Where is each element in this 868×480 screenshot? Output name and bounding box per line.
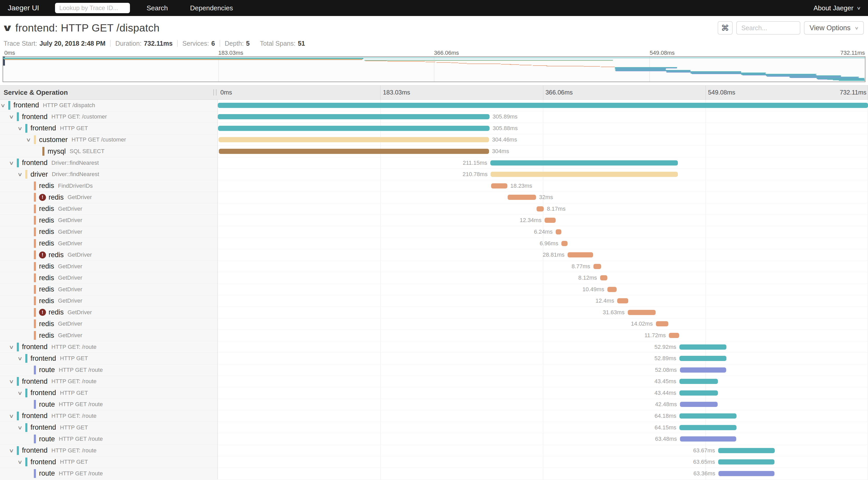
span-duration-bar[interactable] xyxy=(617,298,628,303)
span-duration-bar[interactable] xyxy=(536,206,544,212)
expand-chevron-icon[interactable]: ∨ xyxy=(17,459,23,465)
span-track[interactable]: 43.44ms xyxy=(218,387,868,399)
span-duration-bar[interactable] xyxy=(556,229,561,234)
span-name-cell[interactable]: ∨frontendHTTP GET xyxy=(0,387,218,399)
span-track[interactable]: 18.23ms xyxy=(218,180,868,192)
span-track[interactable]: 43.45ms xyxy=(218,376,868,388)
span-duration-bar[interactable] xyxy=(679,356,726,361)
span-track[interactable]: 304.46ms xyxy=(218,134,868,146)
expand-chevron-icon[interactable]: ∨ xyxy=(0,102,5,108)
span-name-cell[interactable]: redisGetDriver xyxy=(0,215,218,226)
span-track[interactable]: 11.72ms xyxy=(218,330,868,341)
span-duration-bar[interactable] xyxy=(218,103,868,108)
span-duration-bar[interactable] xyxy=(680,367,726,373)
span-name-cell[interactable]: redisGetDriver xyxy=(0,272,218,284)
span-duration-bar[interactable] xyxy=(545,218,555,223)
span-track[interactable]: 10.49ms xyxy=(218,284,868,295)
span-duration-bar[interactable] xyxy=(628,310,656,315)
span-duration-bar[interactable] xyxy=(607,287,617,292)
span-track[interactable]: 52.08ms xyxy=(218,364,868,376)
span-duration-bar[interactable] xyxy=(679,413,737,419)
span-name-cell[interactable]: redisFindDriverIDs xyxy=(0,180,218,192)
span-duration-bar[interactable] xyxy=(680,402,718,407)
span-duration-bar[interactable] xyxy=(561,241,567,246)
span-name-cell[interactable]: routeHTTP GET /route xyxy=(0,433,218,445)
expand-chevron-icon[interactable]: ∨ xyxy=(17,355,23,361)
span-track[interactable]: 63.65ms xyxy=(218,456,868,468)
span-name-cell[interactable]: redisGetDriver xyxy=(0,330,218,341)
span-duration-bar[interactable] xyxy=(219,149,489,154)
span-track[interactable]: 304ms xyxy=(218,146,868,157)
span-name-cell[interactable]: redisGetDriver xyxy=(0,261,218,273)
span-name-cell[interactable]: ∨frontendHTTP GET: /route xyxy=(0,376,218,388)
view-options-button[interactable]: View Options ∨ xyxy=(804,21,864,35)
span-track[interactable]: 12.4ms xyxy=(218,295,868,307)
span-duration-bar[interactable] xyxy=(491,172,678,177)
span-name-cell[interactable]: routeHTTP GET /route xyxy=(0,468,218,479)
span-duration-bar[interactable] xyxy=(679,345,726,350)
span-name-cell[interactable]: ∨customerHTTP GET /customer xyxy=(0,134,218,146)
trace-lookup-input[interactable] xyxy=(55,3,130,13)
span-name-cell[interactable]: !redisGetDriver xyxy=(0,249,218,261)
span-track[interactable] xyxy=(218,100,868,111)
span-name-cell[interactable]: redisGetDriver xyxy=(0,226,218,238)
span-name-cell[interactable]: ∨frontendHTTP GET: /route xyxy=(0,445,218,456)
span-duration-bar[interactable] xyxy=(669,333,679,338)
span-duration-bar[interactable] xyxy=(218,126,490,131)
span-name-cell[interactable]: !redisGetDriver xyxy=(0,192,218,203)
span-name-cell[interactable]: redisGetDriver xyxy=(0,238,218,249)
expand-chevron-icon[interactable]: ∨ xyxy=(26,137,31,143)
span-track[interactable]: 211.15ms xyxy=(218,157,868,169)
span-duration-bar[interactable] xyxy=(219,137,489,142)
span-track[interactable]: 12.34ms xyxy=(218,215,868,226)
span-track[interactable]: 63.48ms xyxy=(218,433,868,445)
span-name-cell[interactable]: routeHTTP GET /route xyxy=(0,399,218,411)
span-track[interactable]: 305.88ms xyxy=(218,123,868,134)
span-track[interactable]: 305.89ms xyxy=(218,111,868,123)
span-duration-bar[interactable] xyxy=(679,379,718,384)
span-track[interactable]: 52.92ms xyxy=(218,341,868,353)
nav-link-search[interactable]: Search xyxy=(147,4,168,12)
span-track[interactable]: 210.78ms xyxy=(218,169,868,180)
span-duration-bar[interactable] xyxy=(218,114,490,119)
span-duration-bar[interactable] xyxy=(718,471,775,476)
span-track[interactable]: 32ms xyxy=(218,192,868,203)
expand-chevron-icon[interactable]: ∨ xyxy=(9,160,14,166)
span-name-cell[interactable]: ∨frontendHTTP GET xyxy=(0,123,218,134)
span-name-cell[interactable]: routeHTTP GET /route xyxy=(0,364,218,376)
collapse-trace-chevron-icon[interactable]: ∨ xyxy=(2,23,13,33)
span-duration-bar[interactable] xyxy=(507,195,536,200)
expand-chevron-icon[interactable]: ∨ xyxy=(9,447,14,454)
span-search-input[interactable] xyxy=(736,21,800,35)
span-name-cell[interactable]: ∨frontendHTTP GET xyxy=(0,422,218,434)
span-name-cell[interactable]: redisGetDriver xyxy=(0,318,218,330)
about-jaeger-menu[interactable]: About Jaeger ∨ xyxy=(813,4,860,12)
span-track[interactable]: 42.48ms xyxy=(218,399,868,411)
span-duration-bar[interactable] xyxy=(491,183,507,189)
span-duration-bar[interactable] xyxy=(680,436,736,442)
span-track[interactable]: 6.96ms xyxy=(218,238,868,249)
span-name-cell[interactable]: ∨frontendHTTP GET: /route xyxy=(0,410,218,422)
span-duration-bar[interactable] xyxy=(679,425,737,430)
expand-chevron-icon[interactable]: ∨ xyxy=(9,344,14,350)
span-track[interactable]: 14.02ms xyxy=(218,318,868,330)
span-duration-bar[interactable] xyxy=(679,390,718,395)
span-track[interactable]: 8.17ms xyxy=(218,203,868,215)
span-duration-bar[interactable] xyxy=(490,160,678,165)
span-track[interactable]: 31.63ms xyxy=(218,307,868,318)
span-track[interactable]: 63.36ms xyxy=(218,468,868,479)
span-name-cell[interactable]: ∨frontendHTTP GET xyxy=(0,353,218,364)
span-track[interactable]: 6.24ms xyxy=(218,226,868,238)
span-name-cell[interactable]: redisGetDriver xyxy=(0,203,218,215)
span-name-cell[interactable]: ∨frontendHTTP GET xyxy=(0,456,218,468)
span-duration-bar[interactable] xyxy=(718,459,775,465)
span-track[interactable]: 63.67ms xyxy=(218,445,868,456)
span-name-cell[interactable]: redisGetDriver xyxy=(0,284,218,295)
span-duration-bar[interactable] xyxy=(718,448,775,453)
app-brand[interactable]: Jaeger UI xyxy=(8,4,39,12)
span-name-cell[interactable]: ∨driverDriver::findNearest xyxy=(0,169,218,180)
expand-chevron-icon[interactable]: ∨ xyxy=(17,171,23,178)
span-name-cell[interactable]: mysqlSQL SELECT xyxy=(0,146,218,157)
span-name-cell[interactable]: !redisGetDriver xyxy=(0,307,218,318)
span-name-cell[interactable]: ∨frontendDriver::findNearest xyxy=(0,157,218,169)
